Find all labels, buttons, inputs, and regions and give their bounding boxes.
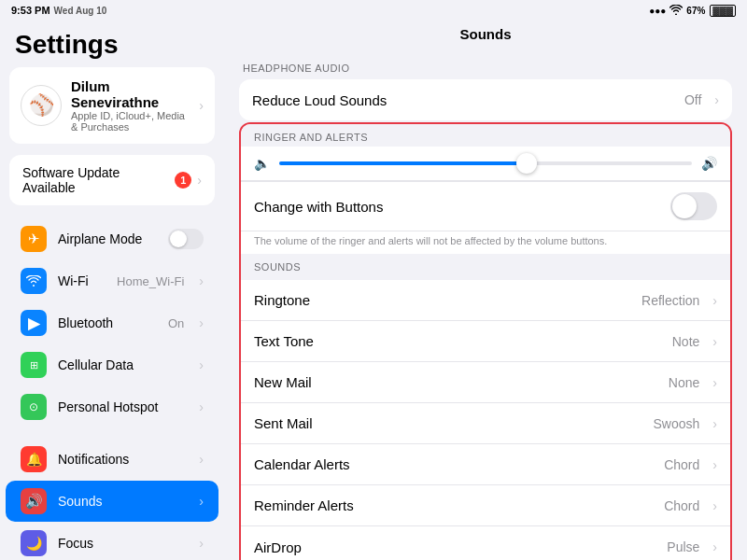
content-area: Sounds HEADPHONE AUDIO Reduce Loud Sound…: [224, 21, 747, 560]
volume-slider-row[interactable]: 🔈 🔊: [241, 147, 730, 181]
avatar: ⚾: [21, 85, 62, 126]
date-label: Wed Aug 10: [54, 6, 107, 16]
calendar-alerts-row[interactable]: Calendar Alerts Chord ›: [241, 444, 730, 485]
sidebar-title: Settings: [0, 21, 224, 67]
focus-icon: 🌙: [21, 530, 47, 556]
profile-name: Dilum Senevirathne: [71, 78, 190, 110]
chevron-right-icon: ›: [199, 98, 204, 113]
sidebar-label-bluetooth: Bluetooth: [58, 315, 157, 330]
chevron-right-icon: ›: [199, 399, 204, 414]
reduce-loud-sounds-label: Reduce Loud Sounds: [252, 92, 675, 108]
change-with-buttons-row[interactable]: Change with Buttons: [241, 181, 730, 231]
sidebar-item-bluetooth[interactable]: ▶ Bluetooth On ›: [6, 302, 218, 343]
reminder-alerts-row[interactable]: Reminder Alerts Chord ›: [241, 485, 730, 526]
sounds-icon: 🔊: [21, 488, 47, 514]
time-label: 9:53 PM: [11, 5, 50, 16]
volume-slider-track[interactable]: [279, 161, 692, 165]
volume-low-icon: 🔈: [254, 156, 270, 171]
sidebar-label-wifi: Wi-Fi: [58, 273, 106, 288]
new-mail-label: New Mail: [254, 374, 659, 390]
ringtone-value: Reflection: [641, 293, 699, 308]
change-with-buttons-helper: The volume of the ringer and alerts will…: [241, 231, 730, 254]
reduce-loud-sounds-row[interactable]: Reduce Loud Sounds Off ›: [239, 79, 732, 120]
sounds-group: Ringtone Reflection › Text Tone Note › N…: [241, 280, 730, 560]
chevron-right-icon: ›: [712, 416, 717, 431]
sidebar-section-personalization: 🔔 Notifications › 🔊 Sounds › 🌙 Focus › ⏱…: [0, 439, 224, 560]
chevron-right-icon: ›: [712, 375, 717, 390]
sidebar-label-focus: Focus: [58, 536, 188, 551]
chevron-right-icon: ›: [712, 334, 717, 349]
chevron-right-icon: ›: [199, 452, 204, 467]
content-title: Sounds: [224, 21, 747, 49]
update-badge: 1: [175, 172, 191, 189]
status-bar: 9:53 PM Wed Aug 10 ●●● 67% ▓▓▓: [0, 0, 747, 21]
airplane-icon: ✈: [21, 226, 47, 252]
chevron-right-icon: ›: [199, 273, 204, 288]
slider-thumb[interactable]: [516, 153, 537, 174]
battery-icon: 67% ▓▓▓: [686, 6, 736, 16]
chevron-right-icon: ›: [199, 315, 204, 330]
sidebar-item-wifi[interactable]: Wi-Fi Home_Wi-Fi ›: [6, 260, 218, 301]
reminder-alerts-label: Reminder Alerts: [254, 497, 655, 513]
headphone-audio-group: Reduce Loud Sounds Off ›: [239, 79, 732, 120]
ringtone-row[interactable]: Ringtone Reflection ›: [241, 280, 730, 321]
sidebar-section-connectivity: ✈ Airplane Mode Wi-Fi Home_Wi-Fi: [0, 218, 224, 427]
sent-mail-value: Swoosh: [654, 416, 700, 431]
signal-icon: ●●●: [649, 6, 666, 16]
update-text: Software Update Available: [22, 165, 175, 195]
text-tone-value: Note: [672, 334, 700, 349]
sounds-subsection-label: SOUNDS: [254, 258, 717, 276]
wifi-value: Home_Wi-Fi: [117, 274, 184, 288]
chevron-right-icon: ›: [199, 536, 204, 551]
sidebar-label-sounds: Sounds: [58, 494, 188, 509]
slider-fill: [279, 161, 527, 165]
new-mail-value: None: [669, 375, 699, 390]
reminder-alerts-value: Chord: [664, 498, 699, 513]
sent-mail-label: Sent Mail: [254, 415, 644, 431]
sidebar-item-hotspot[interactable]: ⊙ Personal Hotspot ›: [6, 386, 218, 427]
chevron-right-icon: ›: [712, 457, 717, 472]
text-tone-row[interactable]: Text Tone Note ›: [241, 321, 730, 362]
chevron-right-icon: ›: [712, 539, 717, 554]
chevron-right-icon: ›: [199, 357, 204, 372]
profile-sub: Apple ID, iCloud+, Media & Purchases: [71, 110, 190, 133]
sidebar-label-airplane: Airplane Mode: [58, 231, 157, 246]
airdrop-value: Pulse: [667, 539, 699, 554]
text-tone-label: Text Tone: [254, 333, 663, 349]
headphone-audio-label: HEADPHONE AUDIO: [239, 49, 732, 79]
bluetooth-value: On: [168, 316, 184, 330]
sidebar-item-cellular[interactable]: ⊞ Cellular Data ›: [6, 344, 218, 385]
sidebar-item-airplane[interactable]: ✈ Airplane Mode: [6, 218, 218, 259]
sidebar-label-notifications: Notifications: [58, 452, 188, 467]
change-with-buttons-toggle[interactable]: [670, 192, 717, 220]
sidebar-label-hotspot: Personal Hotspot: [58, 399, 188, 414]
calendar-alerts-value: Chord: [664, 457, 699, 472]
sidebar-item-sounds[interactable]: 🔊 Sounds ›: [6, 481, 218, 522]
sidebar-item-focus[interactable]: 🌙 Focus ›: [6, 523, 218, 560]
wifi-icon: [669, 5, 683, 17]
chevron-right-icon: ›: [712, 293, 717, 308]
bluetooth-icon: ▶: [21, 310, 47, 336]
update-banner[interactable]: Software Update Available 1 ›: [9, 155, 215, 205]
wifi-icon: [21, 268, 47, 294]
sidebar-item-notifications[interactable]: 🔔 Notifications ›: [6, 439, 218, 480]
content-inner: HEADPHONE AUDIO Reduce Loud Sounds Off ›…: [224, 49, 747, 560]
airdrop-row[interactable]: AirDrop Pulse ›: [241, 526, 730, 560]
cellular-icon: ⊞: [21, 352, 47, 378]
chevron-right-icon: ›: [712, 498, 717, 513]
profile-info: Dilum Senevirathne Apple ID, iCloud+, Me…: [71, 78, 190, 133]
hotspot-icon: ⊙: [21, 394, 47, 420]
sent-mail-row[interactable]: Sent Mail Swoosh ›: [241, 403, 730, 444]
change-with-buttons-label: Change with Buttons: [254, 199, 661, 215]
airplane-toggle[interactable]: [168, 229, 204, 249]
airdrop-label: AirDrop: [254, 539, 657, 555]
new-mail-row[interactable]: New Mail None ›: [241, 362, 730, 403]
notifications-icon: 🔔: [21, 446, 47, 472]
chevron-right-icon: ›: [197, 173, 202, 188]
profile-card[interactable]: ⚾ Dilum Senevirathne Apple ID, iCloud+, …: [9, 67, 215, 144]
sidebar-label-cellular: Cellular Data: [58, 357, 188, 372]
volume-high-icon: 🔊: [701, 156, 717, 171]
chevron-right-icon: ›: [199, 494, 204, 509]
reduce-loud-sounds-value: Off: [684, 92, 701, 107]
ringer-alerts-label: RINGER AND ALERTS: [254, 132, 717, 143]
